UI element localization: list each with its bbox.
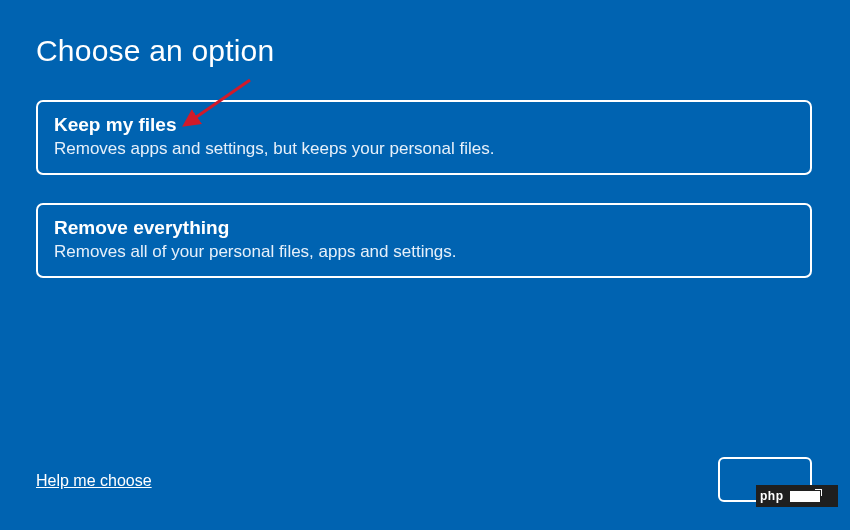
option-title: Keep my files xyxy=(54,114,794,136)
page-title: Choose an option xyxy=(36,34,814,68)
keep-my-files-option[interactable]: Keep my files Removes apps and settings,… xyxy=(36,100,812,175)
help-me-choose-link[interactable]: Help me choose xyxy=(36,472,152,490)
option-description: Removes all of your personal files, apps… xyxy=(54,242,794,262)
option-title: Remove everything xyxy=(54,217,794,239)
php-watermark: php xyxy=(756,485,838,507)
remove-everything-option[interactable]: Remove everything Removes all of your pe… xyxy=(36,203,812,278)
option-description: Removes apps and settings, but keeps you… xyxy=(54,139,794,159)
watermark-box-icon xyxy=(790,491,820,502)
watermark-text: php xyxy=(760,489,784,503)
